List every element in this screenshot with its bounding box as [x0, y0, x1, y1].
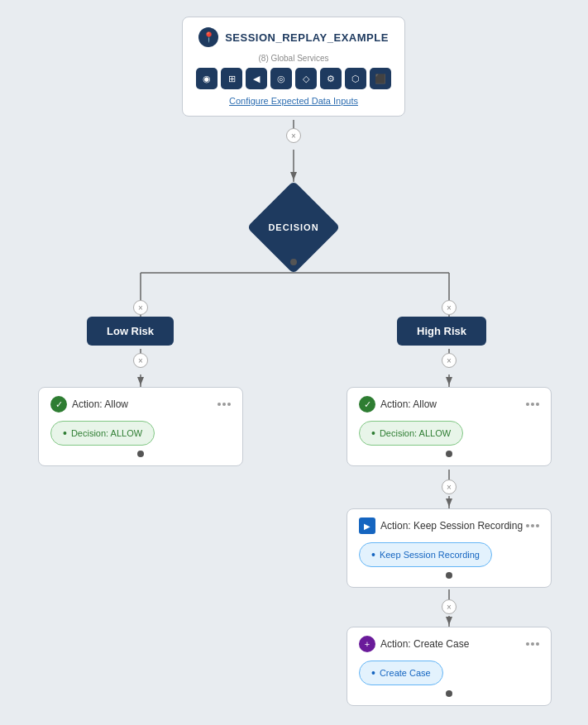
global-services-label: (8) Global Services [258, 54, 328, 63]
case-icon: + [359, 636, 375, 652]
left-allow-card: ✓ Action: Allow Decision: ALLOW [38, 387, 243, 466]
left-allow-header: ✓ Action: Allow [50, 396, 231, 413]
service-icon-6: ⚙ [320, 68, 342, 89]
connector-left-2[interactable]: × [133, 353, 148, 368]
flow-canvas: 📍 SESSION_REPLAY_EXAMPLE (8) Global Serv… [0, 0, 588, 725]
left-allow-bottom-dot [137, 451, 144, 457]
connector-left-1[interactable]: × [133, 300, 148, 315]
create-case-pill: Create Case [359, 661, 443, 685]
low-risk-label: Low Risk [87, 317, 174, 346]
service-icon-7: ⬡ [345, 68, 366, 89]
high-risk-label: High Risk [397, 317, 486, 346]
right-allow-header: ✓ Action: Allow [359, 396, 539, 413]
start-node-header: 📍 SESSION_REPLAY_EXAMPLE [198, 27, 389, 47]
start-node: 📍 SESSION_REPLAY_EXAMPLE (8) Global Serv… [182, 17, 405, 117]
connector-1[interactable]: × [286, 128, 301, 143]
check-icon-right: ✓ [359, 396, 375, 413]
keep-session-menu[interactable] [526, 524, 539, 527]
connector-right-4[interactable]: × [442, 599, 457, 614]
right-allow-card: ✓ Action: Allow Decision: ALLOW [347, 387, 552, 466]
start-node-title: SESSION_REPLAY_EXAMPLE [225, 31, 389, 44]
left-allow-pill: Decision: ALLOW [50, 421, 155, 446]
service-icon-3: ◀ [246, 68, 267, 89]
left-allow-menu[interactable] [218, 403, 231, 406]
configure-link[interactable]: Configure Expected Data Inputs [229, 96, 358, 106]
keep-session-bottom-dot [446, 572, 452, 579]
right-allow-bottom-dot [446, 451, 452, 457]
keep-session-header: ▶ Action: Keep Session Recording [359, 518, 539, 534]
right-allow-menu[interactable] [526, 403, 539, 406]
create-case-bottom-dot [446, 690, 452, 697]
check-icon-left: ✓ [50, 396, 67, 413]
service-icon-5: ◇ [295, 68, 317, 89]
service-icon-1: ◉ [196, 68, 218, 89]
keep-session-card: ▶ Action: Keep Session Recording Keep Se… [347, 508, 552, 588]
keep-session-pill: Keep Session Recording [359, 542, 492, 567]
right-allow-title: ✓ Action: Allow [359, 396, 437, 413]
connector-right-2[interactable]: × [442, 353, 457, 368]
record-icon: ▶ [359, 518, 375, 534]
decision-bottom-dot [290, 259, 297, 265]
service-icon-2: ⊞ [221, 68, 242, 89]
connector-right-3[interactable]: × [442, 479, 457, 494]
decision-label: DECISION [268, 222, 318, 232]
left-allow-title: ✓ Action: Allow [50, 396, 128, 413]
connector-right-1[interactable]: × [442, 300, 457, 315]
create-case-menu[interactable] [526, 642, 539, 646]
keep-session-title: ▶ Action: Keep Session Recording [359, 518, 523, 534]
create-case-title: + Action: Create Case [359, 636, 469, 652]
service-icons: ◉ ⊞ ◀ ◎ ◇ ⚙ ⬡ ⬛ [196, 68, 391, 89]
right-allow-pill: Decision: ALLOW [359, 421, 463, 446]
create-case-header: + Action: Create Case [359, 636, 539, 652]
service-icon-4: ◎ [270, 68, 292, 89]
create-case-card: + Action: Create Case Create Case [347, 627, 552, 706]
service-icon-8: ⬛ [370, 68, 391, 89]
pin-icon: 📍 [198, 27, 218, 47]
